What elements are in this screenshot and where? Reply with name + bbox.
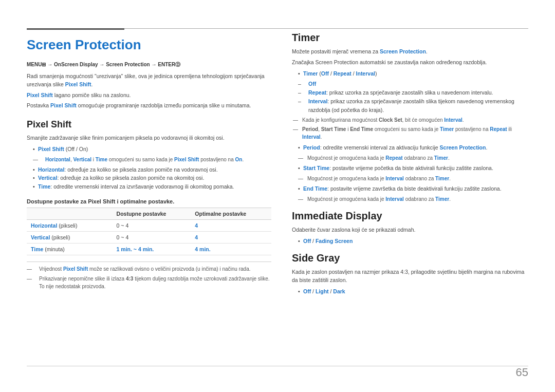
table-section: Dostupne postavke za Pixel Shift i optim…	[27, 198, 271, 255]
pixel-shift-desc: Smanjite zadržavanje slike finim pomican…	[27, 134, 271, 142]
immediate-bullets: Off / Fading Screen	[292, 237, 528, 246]
bullet-side-gray: Off / Light / Dark	[298, 287, 528, 296]
table-section-title: Dostupne postavke za Pixel Shift i optim…	[27, 198, 271, 204]
footnote-1: Vrijednost Pixel Shift može se razlikova…	[27, 265, 271, 273]
pixel-shift-table: Dostupne postavke Optimalne postavke Hor…	[27, 208, 271, 255]
pixel-shift-note: Horizontal, Vertical i Time omogućeni su…	[33, 156, 271, 163]
timer-desc1: Možete postaviti mjerač vremena za Scree…	[292, 48, 528, 56]
row-range-vertical: 0 ~ 4	[113, 231, 191, 243]
timer-dash-repeat: Repeat: prikaz uzorka za sprječavanje za…	[298, 88, 528, 97]
row-optimal-time: 4 min.	[191, 243, 271, 255]
timer-note-1: Kada je konfigurirana mogućnost Clock Se…	[294, 116, 528, 124]
timer-desc2: Značajka Screen Protection automatski se…	[292, 59, 528, 67]
timer-section: Timer Možete postaviti mjerač vremena za…	[292, 32, 528, 203]
row-optimal-vertical: 4	[191, 231, 271, 243]
timer-endtime-bullets: End Time: postavite vrijeme završetka da…	[292, 184, 528, 193]
pixel-shift-bullets: Pixel Shift (Off / On)	[27, 145, 271, 154]
timer-bullet-1: Timer (Off / Repeat / Interval)	[298, 69, 528, 78]
row-range-time: 1 min. ~ 4 min.	[113, 243, 191, 255]
row-label-vertical: Vertical (pikseli)	[27, 231, 113, 243]
side-gray-bullets: Off / Light / Dark	[292, 287, 528, 296]
table-row: Horizontal (pikseli) 0 ~ 4 4	[27, 219, 271, 231]
right-column: Timer Možete postaviti mjerač vremena za…	[292, 32, 528, 303]
page-title: Screen Protection	[27, 37, 271, 53]
immediate-section: Immediate Display Odaberite čuvar zaslon…	[292, 210, 528, 246]
timer-bullets: Timer (Off / Repeat / Interval)	[292, 69, 528, 78]
period-note: Mogućnost je omogućena kada je Repeat od…	[299, 154, 528, 162]
table-header-row: Dostupne postavke Optimalne postavke	[27, 208, 271, 219]
intro-text-1: Radi smanjenja mogućnosti "urezivanja" s…	[27, 72, 271, 89]
footnote-2: Prikazivanje nepomične slike ili izlaza …	[27, 275, 271, 290]
row-label-horizontal: Horizontal (pikseli)	[27, 219, 113, 231]
col-header-optimalne: Optimalne postavke	[191, 208, 271, 219]
starttime-note: Mogućnost je omogućena kada je Interval …	[299, 175, 528, 182]
bullet-starttime: Start Time: postavite vrijeme početka da…	[298, 164, 528, 173]
bullet-pixel-shift: Pixel Shift (Off / On)	[33, 145, 271, 154]
immediate-desc: Odaberite čuvar zaslona koji će se prika…	[292, 226, 528, 234]
col-header-empty	[27, 208, 113, 219]
timer-note-2: Period, Start Time i End Time omogućeni …	[294, 125, 528, 141]
side-gray-section: Side Gray Kada je zaslon postavljen na r…	[292, 252, 528, 295]
side-gray-title: Side Gray	[292, 252, 528, 264]
two-column-layout: Screen Protection MENU⊞ → OnScreen Displ…	[27, 32, 528, 303]
intro-text-2: Pixel Shift lagano pomiče sliku na zaslo…	[27, 91, 271, 100]
timer-dash-interval: Interval: prikaz uzorka za sprječavanje …	[298, 97, 528, 115]
bullet-period: Period: odredite vremenski interval za a…	[298, 143, 528, 152]
more-bullets: Horizontal: određuje za koliko se piksel…	[27, 165, 271, 191]
timer-starttime-bullets: Start Time: postavite vrijeme početka da…	[292, 164, 528, 173]
row-label-time: Time (minuta)	[27, 243, 113, 255]
bullet-endtime: End Time: postavite vrijeme završetka da…	[298, 184, 528, 193]
bullet-horizontal: Horizontal: određuje za koliko se piksel…	[33, 165, 271, 174]
endtime-note: Mogućnost je omogućena kada je Interval …	[299, 195, 528, 203]
menu-path: MENU⊞ → OnScreen Display → Screen Protec…	[27, 61, 271, 68]
timer-title: Timer	[292, 32, 528, 44]
intro-text-3: Postavka Pixel Shift omogućuje programir…	[27, 102, 271, 110]
immediate-title: Immediate Display	[292, 210, 528, 222]
row-optimal-horizontal: 4	[191, 219, 271, 231]
bullet-time: Time: odredite vremenski interval za izv…	[33, 182, 271, 191]
side-gray-desc: Kada je zaslon postavljen na razmjer pri…	[292, 268, 528, 285]
pixel-shift-title: Pixel Shift	[27, 119, 271, 130]
bullet-immediate: Off / Fading Screen	[298, 237, 528, 246]
timer-period-bullets: Period: odredite vremenski interval za a…	[292, 143, 528, 152]
page-number: 65	[516, 366, 528, 379]
page-container: Screen Protection MENU⊞ → OnScreen Displ…	[0, 0, 555, 392]
timer-dash-off: Off	[298, 80, 528, 88]
top-bar	[27, 28, 124, 30]
bottom-rule	[27, 366, 528, 366]
left-column: Screen Protection MENU⊞ → OnScreen Displ…	[27, 32, 271, 303]
table-row: Time (minuta) 1 min. ~ 4 min. 4 min.	[27, 243, 271, 255]
table-row: Vertical (pikseli) 0 ~ 4 4	[27, 231, 271, 243]
row-range-horizontal: 0 ~ 4	[113, 219, 191, 231]
main-content: Screen Protection MENU⊞ → OnScreen Displ…	[27, 32, 528, 303]
col-header-dostupne: Dostupne postavke	[113, 208, 191, 219]
footnotes: Vrijednost Pixel Shift može se razlikova…	[27, 262, 271, 290]
bullet-vertical: Vertical: određuje za koliko se piksela …	[33, 174, 271, 182]
